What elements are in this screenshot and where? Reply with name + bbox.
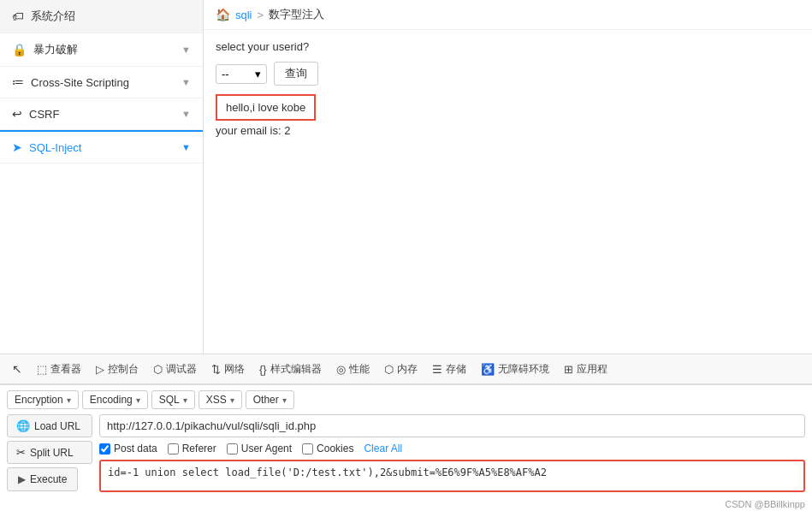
cookies-label: Cookies xyxy=(317,443,353,455)
execute-icon: ▶ xyxy=(18,473,26,485)
post-data-checkbox[interactable] xyxy=(99,443,110,455)
postdata-row: Post data Referer User Agent Cookies Cle… xyxy=(99,443,805,455)
cursor-icon: ↖ xyxy=(12,362,22,376)
load-icon: 🌐 xyxy=(16,419,30,432)
hackbar-main: 🌐 Load URL ✂ Split URL ▶ Execute Post da… xyxy=(7,414,805,492)
devtools-tab-label: 网络 xyxy=(224,362,245,377)
load-url-label: Load URL xyxy=(34,420,80,432)
watermark: CSDN @BBillkinpp xyxy=(0,497,812,511)
apps-icon: ⊞ xyxy=(564,363,573,376)
devtools-tab-label: 样式编辑器 xyxy=(270,362,322,377)
post-data-checkbox-label[interactable]: Post data xyxy=(99,443,157,455)
execute-label: Execute xyxy=(30,473,67,485)
chevron-down-icon: ▾ xyxy=(230,395,234,405)
clear-all-button[interactable]: Clear All xyxy=(364,443,402,455)
devtools-tab-debugger[interactable]: ⬡ 调试器 xyxy=(146,354,204,383)
sql-icon: ➤ xyxy=(12,140,22,154)
cookies-checkbox-label[interactable]: Cookies xyxy=(302,443,353,455)
execute-button[interactable]: ▶ Execute xyxy=(7,467,78,491)
sidebar-item-brute-force[interactable]: 🔒 暴力破解 ▼ xyxy=(0,33,203,67)
xss-label: XSS xyxy=(206,394,227,406)
sql-dropdown[interactable]: SQL ▾ xyxy=(151,390,195,409)
sidebar-item-label: 系统介绍 xyxy=(31,9,75,24)
inspector-icon: ⬚ xyxy=(37,363,47,376)
page-content: select your userid? -- ▾ 查询 hello,i love… xyxy=(204,30,812,354)
result-highlighted: hello,i love kobe xyxy=(216,94,316,121)
chevron-down-icon: ▼ xyxy=(181,77,191,87)
encryption-label: Encryption xyxy=(15,394,63,406)
post-data-input[interactable]: id=-1 union select load_file('D:/test.tx… xyxy=(99,460,805,492)
sidebar-item-label: CSRF xyxy=(29,108,59,121)
split-url-button[interactable]: ✂ Split URL xyxy=(7,441,92,464)
sidebar-item-sql-inject[interactable]: ➤ SQL-Inject ▼ xyxy=(0,130,203,163)
devtools-tab-inspector[interactable]: ⬚ 查看器 xyxy=(30,354,89,383)
chevron-down-icon: ▼ xyxy=(181,109,191,119)
encryption-dropdown[interactable]: Encryption ▾ xyxy=(7,390,79,409)
breadcrumb-separator: > xyxy=(258,9,264,21)
breadcrumb-link[interactable]: sqli xyxy=(235,9,252,21)
sql-label: SQL xyxy=(159,394,180,406)
cookies-checkbox[interactable] xyxy=(302,443,313,455)
accessibility-icon: ♿ xyxy=(481,363,495,376)
devtools-tab-label: 内存 xyxy=(397,362,418,377)
csrf-icon: ↩ xyxy=(12,107,22,121)
referer-checkbox-label[interactable]: Referer xyxy=(168,443,216,455)
breadcrumb-current: 数字型注入 xyxy=(269,7,324,22)
sidebar-item-csrf[interactable]: ↩ CSRF ▼ xyxy=(0,98,203,130)
devtools-tab-style-editor[interactable]: {} 样式编辑器 xyxy=(252,354,329,383)
chevron-down-icon: ▾ xyxy=(136,395,140,405)
url-input[interactable] xyxy=(99,414,805,437)
encoding-label: Encoding xyxy=(90,394,133,406)
split-icon: ✂ xyxy=(16,446,26,459)
user-agent-checkbox[interactable] xyxy=(227,443,238,455)
devtools-tab-accessibility[interactable]: ♿ 无障碍环境 xyxy=(474,354,557,383)
devtools-tab-label: 查看器 xyxy=(50,362,81,377)
sidebar-item-label: Cross-Site Scripting xyxy=(31,76,129,89)
sidebar-item-system-intro[interactable]: 🏷 系统介绍 xyxy=(0,0,203,33)
devtools-tab-label: 控制台 xyxy=(108,362,139,377)
select-arrow-icon: ▾ xyxy=(255,68,261,80)
xss-dropdown[interactable]: XSS ▾ xyxy=(199,390,242,409)
query-button[interactable]: 查询 xyxy=(274,62,318,86)
hackbar-right: Post data Referer User Agent Cookies Cle… xyxy=(99,414,805,492)
debugger-icon: ⬡ xyxy=(153,363,163,376)
referer-label: Referer xyxy=(182,443,216,455)
sidebar-item-label: 暴力破解 xyxy=(33,42,78,57)
sidebar-item-label: SQL-Inject xyxy=(29,141,81,154)
devtools-tab-cursor[interactable]: ↖ xyxy=(5,354,30,383)
network-icon: ⇅ xyxy=(211,363,221,376)
devtools-tab-performance[interactable]: ◎ 性能 xyxy=(329,354,377,383)
userid-select[interactable]: -- ▾ xyxy=(216,64,267,84)
console-icon: ▷ xyxy=(96,363,104,376)
devtools-tab-label: 应用程 xyxy=(577,362,608,377)
encoding-dropdown[interactable]: Encoding ▾ xyxy=(82,390,148,409)
home-icon: 🏠 xyxy=(216,8,230,21)
referer-checkbox[interactable] xyxy=(168,443,179,455)
chevron-down-icon: ▾ xyxy=(183,395,187,405)
devtools-tab-label: 性能 xyxy=(349,362,370,377)
devtools-tab-memory[interactable]: ⬡ 内存 xyxy=(377,354,425,383)
devtools-tab-storage[interactable]: ☰ 存储 xyxy=(425,354,474,383)
xss-icon: ≔ xyxy=(12,75,24,89)
action-buttons: 🌐 Load URL ✂ Split URL ▶ Execute xyxy=(7,414,92,492)
user-agent-checkbox-label[interactable]: User Agent xyxy=(227,443,292,455)
sidebar-item-xss[interactable]: ≔ Cross-Site Scripting ▼ xyxy=(0,67,203,98)
devtools-tab-apps[interactable]: ⊞ 应用程 xyxy=(557,354,615,383)
select-value: -- xyxy=(222,68,229,80)
devtools-tab-label: 存储 xyxy=(446,362,466,377)
toolbar-row: Encryption ▾ Encoding ▾ SQL ▾ XSS ▾ Othe… xyxy=(7,390,805,409)
split-url-label: Split URL xyxy=(30,447,74,459)
memory-icon: ⬡ xyxy=(384,363,394,376)
storage-icon: ☰ xyxy=(432,363,442,376)
tag-icon: 🏷 xyxy=(12,9,24,23)
devtools-tab-network[interactable]: ⇅ 网络 xyxy=(204,354,252,383)
post-data-label: Post data xyxy=(114,443,157,455)
chevron-down-icon: ▾ xyxy=(282,395,287,405)
result-email: your email is: 2 xyxy=(216,124,800,137)
other-dropdown[interactable]: Other ▾ xyxy=(246,390,294,409)
load-url-button[interactable]: 🌐 Load URL xyxy=(7,414,92,437)
devtools-tab-console[interactable]: ▷ 控制台 xyxy=(89,354,146,383)
chevron-down-icon: ▼ xyxy=(181,45,191,55)
hackbar: Encryption ▾ Encoding ▾ SQL ▾ XSS ▾ Othe… xyxy=(0,384,812,497)
devtools-bar: ↖ ⬚ 查看器 ▷ 控制台 ⬡ 调试器 ⇅ 网络 {} 样式编辑器 ◎ 性能 ⬡… xyxy=(0,354,812,384)
